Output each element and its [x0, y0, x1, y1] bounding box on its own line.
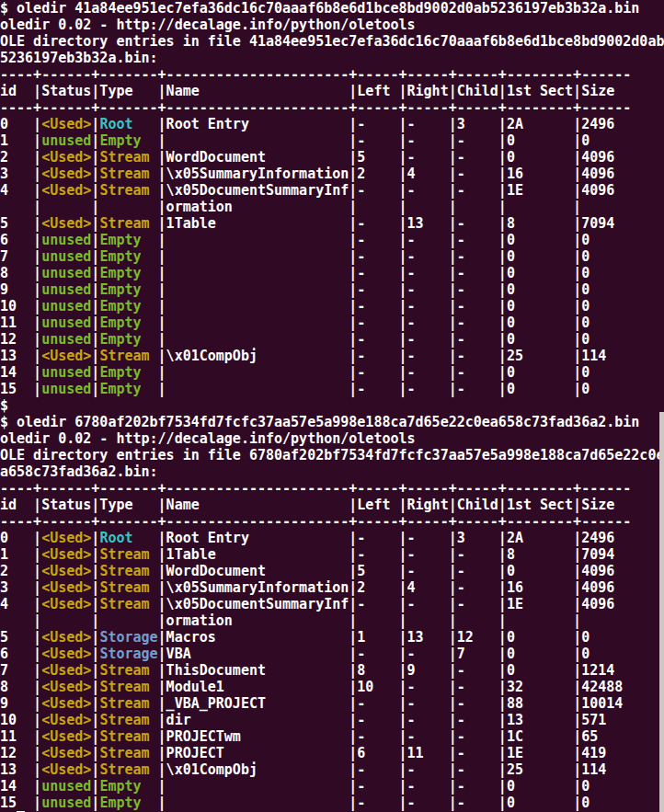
terminal-line-command: $ oledir 41a84ee951ec7efa36dc16c70aaaf6b…	[0, 0, 664, 17]
row-id: 3 |	[0, 166, 41, 182]
row-type: Empty	[99, 381, 157, 397]
scrollbar-thumb[interactable]	[659, 412, 664, 812]
terminal-line-table-row: 12 |unused|Empty | |- |- |- |0 |0	[0, 331, 664, 348]
terminal-line-table-row: 7 |unused|Empty | |- |- |- |0 |0	[0, 248, 664, 265]
row-type: Stream	[99, 596, 157, 612]
row-values: |\x05SummaryInformation|2 |4 |- |16 |409…	[158, 579, 615, 596]
row-status: unused	[41, 132, 91, 149]
row-type: Stream	[99, 348, 157, 364]
row-id: 6 |	[0, 232, 41, 248]
row-status: unused	[41, 248, 91, 265]
row-status: unused	[41, 778, 91, 795]
terminal-line-table-row: 12 |<Used>|Stream |PROJECT |6 |11 |- |1E…	[0, 745, 664, 761]
row-status: <Used>	[41, 712, 91, 728]
terminal-line-table-row: 10 |unused|Empty | |- |- |- |0 |0	[0, 298, 664, 315]
row-id: 8 |	[0, 679, 41, 695]
row-values: | |- |- |- |0 |0	[158, 315, 590, 331]
row-type: Stream	[99, 662, 157, 679]
row-status: <Used>	[41, 728, 91, 745]
row-values: | |- |- |- |0 |0	[158, 248, 590, 265]
row-status: <Used>	[41, 563, 91, 579]
row-values: |\x01CompObj |- |- |- |25 |114	[158, 348, 607, 364]
row-values: | |- |- |- |0 |0	[158, 795, 590, 811]
row-values: |Root Entry |- |- |3 |2A |2496	[158, 116, 615, 132]
row-values: |VBA |- |- |7 |0 |0	[158, 646, 590, 662]
terminal-line-table-row: 15 |unused|Empty | |- |- |- |0 |0	[0, 381, 664, 397]
row-name-continuation: | | |ormation | | | | |	[0, 612, 581, 629]
row-type: Stream	[99, 182, 157, 199]
row-id: 0 |	[0, 116, 41, 132]
terminal-line-table-row: 5 |<Used>|Stream |1Table |- |13 |- |8 |7…	[0, 215, 664, 232]
row-status: <Used>	[41, 215, 91, 232]
row-id: 9 |	[0, 281, 41, 298]
row-status: <Used>	[41, 646, 91, 662]
terminal-line-table-row: 2 |<Used>|Stream |WordDocument |5 |- |- …	[0, 149, 664, 166]
row-id: 7 |	[0, 662, 41, 679]
table-header: id |Status|Type |Name |Left |Right|Child…	[0, 497, 614, 513]
row-id: 9 |	[0, 695, 41, 712]
row-status: <Used>	[41, 149, 91, 166]
row-status: <Used>	[41, 745, 91, 761]
row-type: Empty	[99, 795, 157, 811]
row-values: |1Table |- |13 |- |8 |7094	[158, 215, 615, 232]
terminal-line-listing: 5236197eb3b32a.bin:	[0, 50, 664, 66]
row-status: <Used>	[41, 530, 91, 546]
row-values: |Macros |1 |13 |12 |0 |0	[158, 629, 590, 646]
row-status: <Used>	[41, 662, 91, 679]
row-values: | |- |- |- |0 |0	[158, 232, 590, 248]
terminal-line-separator: ----+------+-------+--------------------…	[0, 99, 664, 116]
row-id: 0 |	[0, 530, 41, 546]
row-status: <Used>	[41, 761, 91, 778]
terminal-line-version: oledir 0.02 - http://decalage.info/pytho…	[0, 17, 664, 33]
row-values: |Module1 |10 |- |- |32 |42488	[158, 679, 624, 695]
row-type: Root	[99, 530, 157, 546]
row-values: |\x05DocumentSummaryInf|- |- |- |1E |409…	[158, 596, 615, 612]
terminal-window: $ oledir 41a84ee951ec7efa36dc16c70aaaf6b…	[0, 0, 664, 812]
row-status: <Used>	[41, 546, 91, 563]
row-type: Empty	[99, 364, 157, 381]
row-type: Stream	[99, 712, 157, 728]
terminal-line-table-row: 8 |unused|Empty | |- |- |- |0 |0	[0, 265, 664, 281]
command-line: $ oledir 6780af202bf7534fd7fcfc37aa57e5a…	[0, 414, 639, 430]
row-id: 11 |	[0, 728, 41, 745]
terminal-line-table-row: 11 |unused|Empty | |- |- |- |0 |0	[0, 315, 664, 331]
terminal-line-separator: ----+------+-------+--------------------…	[0, 480, 664, 497]
row-name-continuation: | | |ormation | | | | |	[0, 199, 581, 215]
row-type: Stream	[99, 745, 157, 761]
row-id: 3 |	[0, 579, 41, 596]
row-status: <Used>	[41, 695, 91, 712]
row-type: Stream	[99, 679, 157, 695]
version-line: oledir 0.02 - http://decalage.info/pytho…	[0, 17, 416, 33]
row-values: |1Table |- |- |- |8 |7094	[158, 546, 615, 563]
row-type: Empty	[99, 298, 157, 315]
terminal-line-table-row: 7 |<Used>|Stream |ThisDocument |8 |9 |- …	[0, 662, 664, 679]
row-values: |\x05SummaryInformation|2 |4 |- |16 |409…	[158, 166, 615, 182]
terminal-line-table-row: 14 |unused|Empty | |- |- |- |0 |0	[0, 778, 664, 795]
terminal-line-table-row: 1 |<Used>|Stream |1Table |- |- |- |8 |70…	[0, 546, 664, 563]
row-status: unused	[41, 232, 91, 248]
terminal-line-command: $ oledir 6780af202bf7534fd7fcfc37aa57e5a…	[0, 414, 664, 430]
terminal-line-header: id |Status|Type |Name |Left |Right|Child…	[0, 83, 664, 99]
row-type: Stream	[99, 215, 157, 232]
terminal-line-table-row: 0 |<Used>|Root |Root Entry |- |- |3 |2A …	[0, 116, 664, 132]
row-status: <Used>	[41, 116, 91, 132]
row-id: 6 |	[0, 646, 41, 662]
row-type: Root	[99, 116, 157, 132]
row-status: unused	[41, 795, 91, 811]
terminal-line-table-row: 2 |<Used>|Stream |WordDocument |5 |- |- …	[0, 563, 664, 579]
row-type: Stream	[99, 761, 157, 778]
listing-heading: 5236197eb3b32a.bin:	[0, 50, 158, 66]
table-border: ----+------+-------+--------------------…	[0, 66, 631, 83]
row-id: 2 |	[0, 563, 41, 579]
row-id: 4 |	[0, 182, 41, 199]
listing-heading: OLE directory entries in file 41a84ee951…	[0, 33, 664, 50]
listing-heading: OLE directory entries in file 6780af202b…	[0, 447, 664, 463]
row-values: |\x05DocumentSummaryInf|- |- |- |1E |409…	[158, 182, 615, 199]
row-values: |Root Entry |- |- |3 |2A |2496	[158, 530, 615, 546]
row-type: Stream	[99, 546, 157, 563]
row-type: Empty	[99, 132, 157, 149]
shell-prompt: $	[0, 397, 8, 414]
row-type: Empty	[99, 248, 157, 265]
terminal-line-table-row: 9 |<Used>|Stream |_VBA_PROJECT |- |- |- …	[0, 695, 664, 712]
row-id: 7 |	[0, 248, 41, 265]
